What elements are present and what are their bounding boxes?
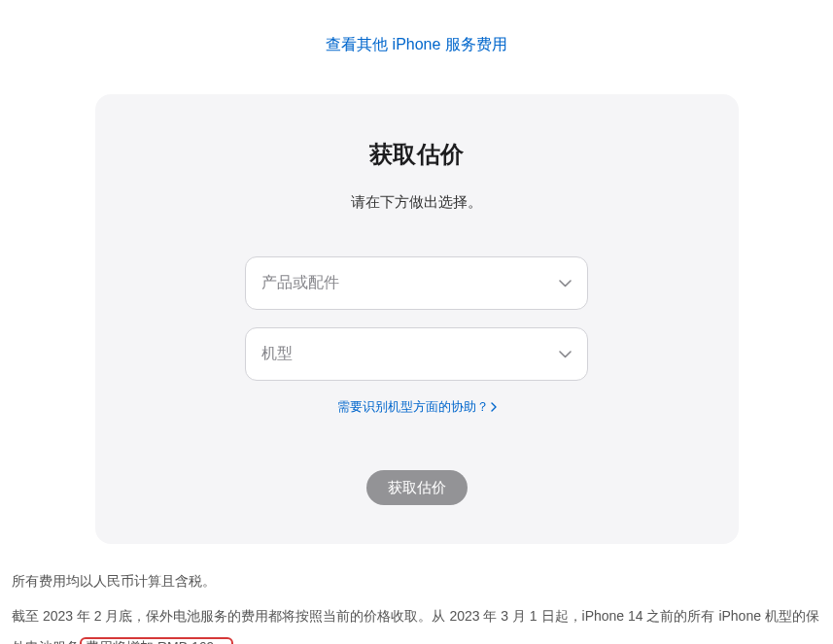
model-select[interactable]: 机型 bbox=[245, 327, 588, 381]
footer-line-2: 截至 2023 年 2 月底，保外电池服务的费用都将按照当前的价格收取。从 20… bbox=[12, 600, 821, 644]
product-select-placeholder: 产品或配件 bbox=[261, 273, 339, 293]
identify-model-help-link[interactable]: 需要识别机型方面的协助？ bbox=[337, 398, 497, 416]
model-select-placeholder: 机型 bbox=[261, 344, 293, 364]
card-title: 获取估价 bbox=[369, 139, 465, 170]
estimate-card: 获取估价 请在下方做出选择。 产品或配件 机型 需要识别机型方面的协助？ bbox=[95, 94, 739, 544]
other-services-link[interactable]: 查看其他 iPhone 服务费用 bbox=[326, 35, 507, 55]
help-link-label: 需要识别机型方面的协助？ bbox=[337, 398, 489, 416]
get-estimate-button[interactable]: 获取估价 bbox=[366, 470, 468, 505]
price-increase-highlight: 费用将增加 RMB 169。 bbox=[80, 637, 233, 644]
chevron-down-icon bbox=[558, 277, 572, 290]
footer-line-1: 所有费用均以人民币计算且含税。 bbox=[12, 565, 821, 596]
footer-notes: 所有费用均以人民币计算且含税。 截至 2023 年 2 月底，保外电池服务的费用… bbox=[0, 544, 833, 644]
select-group: 产品或配件 机型 bbox=[245, 256, 588, 381]
chevron-right-icon bbox=[491, 400, 497, 415]
chevron-down-icon bbox=[558, 348, 572, 361]
page-container: 查看其他 iPhone 服务费用 获取估价 请在下方做出选择。 产品或配件 机型… bbox=[0, 0, 833, 644]
card-subtitle: 请在下方做出选择。 bbox=[351, 193, 482, 212]
product-select[interactable]: 产品或配件 bbox=[245, 256, 588, 310]
